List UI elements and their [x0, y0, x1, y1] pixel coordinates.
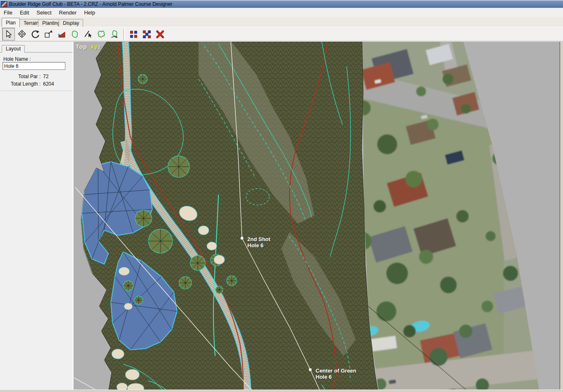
menu-select[interactable]: Select — [33, 9, 55, 17]
slope-tool-button[interactable] — [55, 28, 68, 41]
scale-tool-button[interactable] — [42, 28, 55, 41]
line-pick-tool-button[interactable] — [81, 28, 94, 41]
rotate-tool-button[interactable] — [29, 28, 41, 41]
cursor-arrow-icon — [4, 30, 13, 39]
total-par-row: Total Par : 72 — [0, 74, 72, 79]
main-tab-strip: Plan Terrain Planting Display — [0, 17, 563, 27]
blob-rotate-icon — [110, 30, 119, 39]
menu-edit[interactable]: Edit — [16, 9, 33, 17]
aerial-photo — [353, 42, 541, 390]
window-bottom-border — [0, 390, 563, 392]
line-cursor-icon — [84, 30, 93, 39]
total-length-value: 6204 — [43, 81, 54, 87]
window-right-border — [560, 42, 563, 390]
delete-tool-button[interactable] — [153, 28, 166, 41]
window-title: Boulder Ridge Golf Club - BETA - 2.CRZ -… — [9, 1, 172, 7]
sidebar-divider — [1, 91, 72, 91]
freeform-shape-tool-button[interactable] — [95, 28, 108, 41]
sidebar-tab-layout[interactable]: Layout — [2, 45, 25, 53]
axis-y-label: y — [94, 43, 98, 50]
app-icon — [1, 1, 7, 7]
hole-name-label: Hole Name : — [3, 56, 31, 62]
layout-sidebar: Layout Hole Name : Total Par : 72 Total … — [0, 42, 73, 390]
total-par-label: Total Par : — [0, 74, 41, 79]
select-tool-button[interactable] — [2, 28, 15, 41]
toolbar-separator — [123, 29, 125, 40]
red-blue-squares-large-icon — [142, 30, 151, 39]
title-bar[interactable]: Boulder Ridge Golf Club - BETA - 2.CRZ -… — [0, 0, 563, 8]
tab-display[interactable]: Display — [59, 19, 83, 27]
total-length-row: Total Length : 6204 — [0, 81, 72, 87]
menu-bar: File Edit Select Render Help — [0, 8, 563, 18]
2nd-shot-label: 2nd Shot Hole 6 — [247, 236, 271, 249]
tab-plan[interactable]: Plan — [2, 18, 20, 27]
menu-render[interactable]: Render — [55, 9, 81, 17]
center-of-green-marker-dot[interactable] — [309, 368, 312, 371]
move-tool-button[interactable] — [15, 28, 28, 41]
view-name: Top — [76, 43, 87, 50]
terrain-photo-canvas — [74, 42, 560, 390]
menu-help[interactable]: Help — [80, 9, 99, 17]
snap-points-large-tool-button[interactable] — [140, 28, 153, 41]
hole-name-input[interactable] — [2, 62, 65, 70]
total-length-label: Total Length : — [0, 81, 41, 87]
toolbar — [0, 27, 563, 41]
red-blue-squares-icon — [129, 30, 138, 39]
green-blob-icon — [70, 30, 79, 39]
app-window: Boulder Ridge Golf Club - BETA - 2.CRZ -… — [0, 0, 563, 392]
snap-points-tool-button[interactable] — [127, 28, 140, 41]
view-orientation-label: Topxyz — [76, 43, 101, 50]
red-x-icon — [156, 30, 165, 39]
rotate-arrow-icon — [31, 30, 40, 39]
shape-rotate-tool-button[interactable] — [108, 28, 121, 41]
shape-tool-button[interactable] — [68, 28, 81, 41]
center-of-green-label: Center of Green Hole 6 — [316, 368, 356, 380]
total-par-value: 72 — [43, 74, 48, 79]
freeform-outline-icon — [97, 30, 106, 39]
plan-viewport[interactable]: Topxyz 2nd Shot Hole 6 Center of Green H… — [74, 42, 560, 390]
2nd-shot-marker-dot[interactable] — [241, 237, 244, 240]
move-arrows-icon — [17, 30, 26, 39]
menu-file[interactable]: File — [0, 9, 16, 17]
scale-box-icon — [44, 30, 53, 39]
ramp-icon — [57, 30, 66, 39]
axis-z-label: z — [98, 43, 101, 50]
